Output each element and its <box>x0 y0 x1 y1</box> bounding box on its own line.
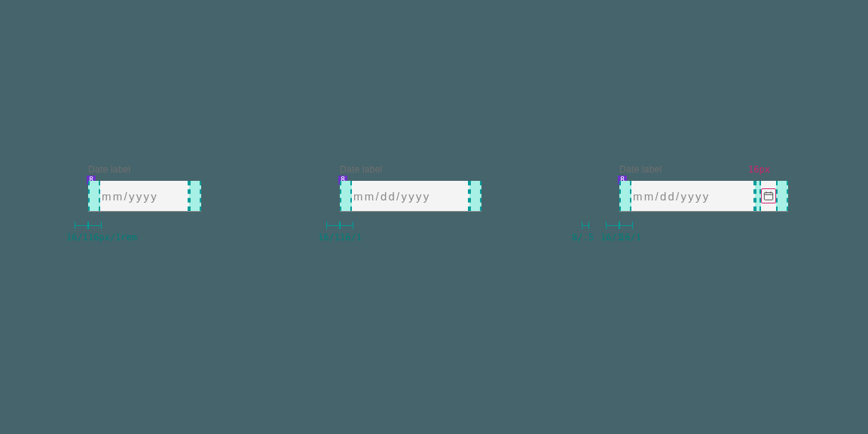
date-input[interactable]: mm/dd/yyyy <box>619 181 788 212</box>
icon-size-callout: 16px <box>748 164 770 175</box>
measure-label-left: 16px/1rem <box>88 232 137 243</box>
padding-right-highlight <box>189 181 201 211</box>
svg-rect-0 <box>764 193 772 200</box>
field-label: Date label <box>88 164 201 175</box>
date-input[interactable]: mm/yyyy <box>88 181 201 212</box>
measure-bar-left <box>88 222 102 229</box>
measure-bar-gap <box>582 222 589 229</box>
measure-label-right: 16/1 <box>66 232 88 243</box>
padding-left-highlight <box>88 181 100 211</box>
date-input[interactable]: mm/dd/yyyy <box>340 181 481 212</box>
datepicker-spec-icon: Date label 8 16px mm/dd/yyyy 16/1 8/.5 <box>619 164 788 206</box>
measure-bar-right <box>75 222 88 229</box>
datepicker-spec-single: Date label 8 mm/dd/yyyy 16/1 16/1 <box>340 164 481 206</box>
date-placeholder: mm/dd/yyyy <box>631 190 753 203</box>
padding-right-highlight <box>469 181 481 211</box>
measure-label-left: 16/1 <box>340 232 362 243</box>
padding-right-highlight <box>776 181 788 211</box>
calendar-icon[interactable] <box>761 188 776 203</box>
measure-bar-left <box>340 222 353 229</box>
date-placeholder: mm/yyyy <box>100 190 188 203</box>
measure-bar-right <box>606 222 619 229</box>
padding-left-highlight <box>619 181 631 211</box>
measure-label-gap: 8/.5 <box>572 232 594 243</box>
field-label: Date label <box>340 164 481 175</box>
padding-left-highlight <box>340 181 352 211</box>
date-placeholder: mm/dd/yyyy <box>352 190 468 203</box>
datepicker-spec-simple: Date label 8 mm/yyyy 16px/1rem 16/1 <box>88 164 201 206</box>
icon-gap-highlight <box>755 181 761 211</box>
measure-label-left: 16/1 <box>619 232 641 243</box>
measure-bar-left <box>619 222 633 229</box>
measure-label-right: 16/1 <box>601 232 622 243</box>
measure-label-right: 16/1 <box>318 232 340 243</box>
measure-bar-right <box>326 222 340 229</box>
